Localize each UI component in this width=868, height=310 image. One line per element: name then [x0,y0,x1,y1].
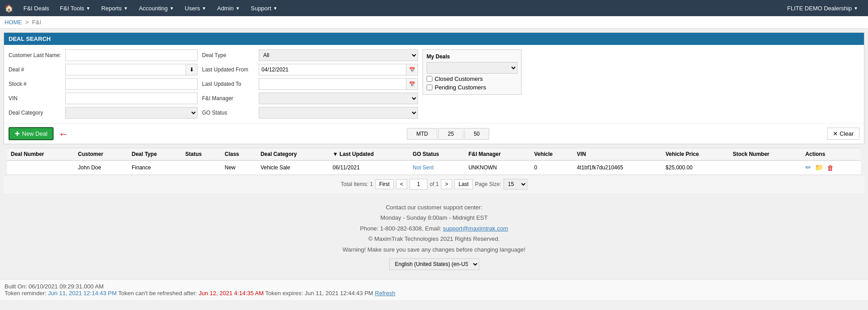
last-updated-to-row: Last Updated To 📅 [202,78,418,90]
col-vehicle: Vehicle [531,148,573,161]
breadcrumb-home[interactable]: HOME [4,19,22,26]
deal-type-select[interactable]: All Finance Cash Lease [259,49,418,61]
deal-number-input[interactable] [65,64,186,75]
support-arrow: ▼ [273,6,278,11]
cell-deal-number [7,160,74,175]
deal-category-select[interactable] [65,107,198,119]
language-select[interactable]: English (United States) (en-US) [389,258,479,270]
expires-time: Jun 11, 2021 12:44:43 PM [305,290,373,297]
support-hours: Monday - Sunday 8:00am - Midnight EST [9,213,859,223]
nav-dealership[interactable]: FLITE DEMO Dealership ▼ [782,0,864,16]
mtd-button[interactable]: MTD [407,128,437,140]
last-updated-from-input[interactable] [259,64,406,75]
go-status-select[interactable] [259,107,418,119]
pending-customers-checkbox[interactable] [427,84,432,90]
token-info: Token reminder: Jun 11, 2021 12:14:43 PM… [4,290,864,297]
cell-fi-manager: UNKNOWN [465,160,531,175]
cell-class: New [221,160,257,175]
fi-manager-select[interactable] [259,93,418,104]
first-page-button[interactable]: First [375,179,394,189]
times-icon: ✕ [833,130,838,137]
last-updated-from-input-group: 📅 [259,64,418,75]
deal-number-input-group: ⬇ [65,64,198,75]
cell-stock-number [729,160,801,175]
cell-vehicle-price: $25,000.00 [662,160,729,175]
my-deals-box: My Deals Closed Customers Pending Custom… [423,49,522,95]
support-email[interactable]: support@maximtrak.com [443,225,508,232]
accounting-arrow: ▼ [170,6,174,11]
nav-users[interactable]: Users ▼ [180,0,212,16]
nav-reports[interactable]: Reports ▼ [96,0,133,16]
cell-customer: John Doe [74,160,128,175]
refresh-button[interactable]: Refresh [375,290,396,297]
vin-label: VIN [9,95,63,102]
stock-number-input[interactable] [65,78,198,90]
search-col-3: My Deals Closed Customers Pending Custom… [423,49,522,119]
col-vehicle-price: Vehicle Price [662,148,729,161]
nav-accounting[interactable]: Accounting ▼ [133,0,179,16]
vin-input[interactable] [65,93,198,104]
cell-deal-type: Finance [128,160,182,175]
build-on: Built On: 06/10/2021 09:29:31.000 AM [4,283,864,290]
deal-search-panel: DEAL SEARCH Customer Last Name: Deal # ⬇… [4,32,864,144]
action-row: ✚ New Deal ← MTD 25 50 ✕ Clear [4,123,864,144]
breadcrumb: HOME > F&I [0,16,868,29]
last-page-button[interactable]: Last [454,179,473,189]
page-size-select[interactable]: 15 25 50 100 [504,179,527,190]
page-number-input[interactable] [409,179,427,190]
breadcrumb-current: F&I [32,19,41,26]
count-25-button[interactable]: 25 [438,128,463,140]
customer-last-name-label: Customer Last Name: [9,52,63,58]
copyright: © MaximTrak Technologies 2021 Rights Res… [9,234,859,244]
count-50-button[interactable]: 50 [464,128,489,140]
nav-admin[interactable]: Admin ▼ [211,0,245,16]
last-updated-to-input-group: 📅 [259,78,418,90]
home-icon[interactable]: 🏠 [4,4,13,13]
deal-type-label: Deal Type [202,52,256,58]
last-updated-to-calendar-icon[interactable]: 📅 [406,78,418,90]
cell-status [182,160,221,175]
stock-number-label: Stock # [9,81,63,87]
last-updated-to-label: Last Updated To [202,81,256,87]
page-size-label: Page Size: [475,181,501,187]
cell-vin: 4t1bf1fk7du210465 [573,160,662,175]
edit-icon[interactable]: ✏ [805,164,811,172]
col-status: Status [182,148,221,161]
closed-customers-checkbox[interactable] [427,76,432,82]
go-status-label: GO Status [202,110,256,116]
customer-last-name-input[interactable] [65,49,198,61]
col-deal-number: Deal Number [7,148,74,161]
next-page-button[interactable]: > [441,179,452,189]
pending-customers-row: Pending Customers [427,84,517,91]
col-deal-type: Deal Type [128,148,182,161]
my-deals-select[interactable] [427,62,517,74]
reports-arrow: ▼ [123,6,128,11]
users-arrow: ▼ [202,6,207,11]
refresh-pre-label: Token can't be refreshed after: [118,290,199,297]
delete-icon[interactable]: 🗑 [827,164,834,172]
folder-icon[interactable]: 📁 [815,164,823,172]
nav-fi-tools[interactable]: F&I Tools ▼ [54,0,96,16]
deal-category-label: Deal Category [9,110,63,116]
arrow-indicator: ← [58,128,69,140]
prev-page-button[interactable]: < [396,179,407,189]
vin-row: VIN [9,93,198,104]
new-deal-button[interactable]: ✚ New Deal [9,127,54,140]
clear-button[interactable]: ✕ Clear [827,128,859,140]
dealership-arrow: ▼ [854,6,858,11]
cell-vehicle: 0 [531,160,573,175]
total-items: Total Items: 1 [341,181,373,187]
footer-lang: English (United States) (en-US) [9,258,859,270]
nav-support[interactable]: Support ▼ [245,0,283,16]
nav-fi-deals[interactable]: F&I Deals [18,0,54,16]
deal-number-upload-icon[interactable]: ⬇ [186,64,198,75]
cell-go-status: Not Sent [409,160,465,175]
fi-manager-label: F&I Manager [202,95,256,102]
col-last-updated[interactable]: ▼ Last Updated [329,148,409,161]
col-customer: Customer [74,148,128,161]
last-updated-to-input[interactable] [259,78,406,90]
support-label: Contact our customer support center: [9,202,859,213]
last-updated-from-calendar-icon[interactable]: 📅 [406,64,418,75]
token-time: Jun 11, 2021 12:14:43 PM [48,290,117,297]
expires-label: Token expires: [265,290,305,297]
